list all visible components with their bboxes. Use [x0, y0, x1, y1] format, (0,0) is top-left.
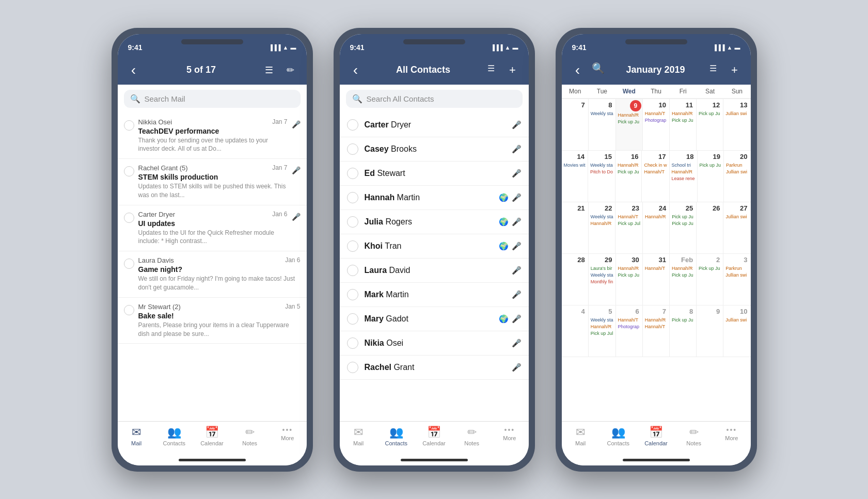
cal-cell-18[interactable]: 18 School tri Hannah/R Lease rene — [670, 151, 698, 202]
cal-cell-feb1[interactable]: Feb Hannah/R Pick up Ju — [670, 254, 697, 305]
contact-name-0: Carter Dryer — [365, 120, 506, 130]
cal-cell-feb5[interactable]: 5 Weekly sta Hannah/R Pick up Jul — [589, 305, 616, 357]
cal-cell-7[interactable]: 7 — [562, 99, 589, 151]
filter-button-contacts[interactable]: ☰ — [483, 63, 499, 77]
tab-calendar-contacts[interactable]: 📅 Calendar — [418, 426, 449, 446]
contact-item-6[interactable]: Laura David 🎤 — [340, 259, 529, 283]
contact-item-8[interactable]: Mary Gadot 🌍 🎤 — [340, 307, 529, 331]
contact-name-5: Khoi Tran — [365, 242, 493, 251]
tab-contacts-mail[interactable]: 👥 Contacts — [159, 426, 190, 446]
mail-checkbox-0[interactable] — [124, 120, 134, 131]
cal-cell-30[interactable]: 30 Hannah/R Pick up Ju — [616, 254, 643, 305]
cal-cell-feb4[interactable]: 4 — [562, 305, 589, 357]
add-contact-button[interactable] — [505, 63, 520, 77]
contact-item-7[interactable]: Mark Martin 🎤 — [340, 283, 529, 307]
filter-button-mail[interactable] — [261, 65, 277, 76]
cal-event-12-1: Pick up Ju — [698, 110, 722, 117]
back-button-calendar[interactable] — [570, 62, 586, 78]
cal-cell-10[interactable]: 10 Hannah/T Photograp — [643, 99, 670, 151]
add-event-button[interactable] — [727, 63, 743, 77]
cal-cell-19[interactable]: 19 Pick up Ju — [698, 151, 724, 202]
tab-mail-contacts[interactable]: ✉ Mail — [343, 426, 374, 446]
cal-cell-21[interactable]: 21 — [562, 202, 589, 254]
mail-item-0[interactable]: Nikkia Osei Jan 7 TeachDEV performance T… — [118, 113, 307, 159]
tab-mail-calendar[interactable]: ✉ Mail — [565, 426, 596, 446]
cal-cell-27[interactable]: 27 Jullian swi — [723, 202, 750, 254]
tab-notes-mail[interactable]: ✏ Notes — [234, 426, 265, 446]
contact-item-4[interactable]: Julia Rogers 🌍 🎤 — [340, 210, 529, 234]
cal-cell-24[interactable]: 24 Hannah/R — [643, 202, 670, 254]
tab-calendar-calendar[interactable]: 📅 Calendar — [640, 426, 671, 446]
cal-cell-14[interactable]: 14 Movies wit — [562, 151, 588, 202]
cal-cell-feb8[interactable]: 8 Pick up Ju — [670, 305, 697, 357]
cal-cell-31[interactable]: 31 Hannah/T — [643, 254, 670, 305]
mail-checkbox-3[interactable] — [124, 259, 134, 269]
mail-item-3[interactable]: Laura Davis Jan 6 Game night? We still o… — [118, 251, 307, 298]
cal-cell-feb10[interactable]: 10 Jullian swi — [723, 305, 750, 357]
search-placeholder-mail: Search Mail — [145, 94, 185, 103]
cal-cell-20[interactable]: 20 Parkrun Jullian swi — [724, 151, 750, 202]
cal-days-header: Mon Tue Wed Thu Fri Sat Sun — [562, 85, 751, 99]
mail-item-4[interactable]: Mr Stewart (2) Jan 5 Bake sale! Parents,… — [118, 298, 307, 344]
cal-cell-22[interactable]: 22 Weekly sta Hannah/R — [589, 202, 616, 254]
home-indicator-mail — [118, 457, 307, 465]
tab-mail-mail[interactable]: ✉ Mail — [121, 426, 152, 446]
search-button-calendar[interactable]: 🔍 — [591, 62, 606, 78]
search-bar-mail[interactable]: 🔍 Search Mail — [124, 90, 301, 108]
cal-cell-feb2[interactable]: 2 Pick up Ju — [697, 254, 723, 305]
cal-date-15: 15 — [589, 152, 614, 162]
tab-more-mail[interactable]: ••• More — [272, 426, 303, 446]
cal-cell-25[interactable]: 25 Pick up Ju Pick up Ju — [670, 202, 697, 254]
back-button-contacts[interactable] — [348, 62, 364, 78]
contact-item-10[interactable]: Rachel Grant 🎤 — [340, 356, 529, 380]
contact-item-1[interactable]: Casey Brooks 🎤 — [340, 137, 529, 162]
tab-more-contacts[interactable]: ••• More — [494, 426, 525, 446]
mail-item-2[interactable]: Carter Dryer Jan 6 UI updates Updates to… — [118, 205, 307, 252]
cal-cell-23[interactable]: 23 Hannah/T Pick up Jul — [616, 202, 643, 254]
tab-contacts-calendar[interactable]: 👥 Contacts — [603, 426, 634, 446]
cal-event-30-2: Pick up Ju — [617, 272, 641, 278]
cal-cell-17[interactable]: 17 Check in w Hannah/T — [642, 151, 669, 202]
home-indicator-contacts — [340, 457, 529, 465]
cal-cell-12[interactable]: 12 Pick up Ju — [697, 99, 723, 151]
compose-button-mail[interactable] — [283, 65, 298, 76]
cal-cell-11[interactable]: 11 Hannah/R Pick up Ju — [670, 99, 697, 151]
cal-cell-feb9[interactable]: 9 — [697, 305, 723, 357]
mail-checkbox-2[interactable] — [124, 213, 134, 223]
tab-more-calendar[interactable]: ••• More — [716, 426, 747, 446]
cal-cell-8[interactable]: 8 Weekly sta — [589, 99, 616, 151]
cal-cell-29[interactable]: 29 Laura's bir Weekly sta Monthly fin — [589, 254, 616, 305]
cal-event-31-1: Hannah/T — [644, 265, 668, 271]
nav-title-calendar: January 2019 — [606, 65, 705, 75]
cal-cell-13[interactable]: 13 Jullian swi — [723, 99, 750, 151]
contact-item-3[interactable]: Hannah Martin 🌍 🎤 — [340, 186, 529, 210]
cal-cell-9[interactable]: 9 Hannah/R Pick up Ju — [616, 99, 643, 151]
tab-notes-calendar[interactable]: ✏ Notes — [678, 426, 709, 446]
cal-cell-28[interactable]: 28 — [562, 254, 589, 305]
mic-icon-c4: 🎤 — [512, 217, 522, 227]
contact-item-2[interactable]: Ed Stewart 🎤 — [340, 162, 529, 186]
mail-checkbox-1[interactable] — [124, 166, 134, 176]
cal-event-15-2: Pitch to Do — [589, 169, 614, 175]
contact-item-5[interactable]: Khoi Tran 🌍 🎤 — [340, 234, 529, 259]
cal-cell-26[interactable]: 26 — [697, 202, 723, 254]
cal-cell-feb3[interactable]: 3 Parkrun Jullian swi — [723, 254, 750, 305]
search-bar-contacts[interactable]: 🔍 Search All Contacts — [346, 90, 523, 108]
contact-name-9: Nikia Osei — [365, 339, 506, 348]
mail-item-1[interactable]: Rachel Grant (5) Jan 7 STEM skills produ… — [118, 159, 307, 205]
cal-cell-15[interactable]: 15 Weekly sta Pitch to Do — [588, 151, 616, 202]
contact-item-0[interactable]: Carter Dryer 🎤 — [340, 113, 529, 137]
tab-calendar-mail[interactable]: 📅 Calendar — [196, 426, 227, 446]
tab-contacts-contacts[interactable]: 👥 Contacts — [381, 426, 412, 446]
cal-event-14-1: Movies wit — [563, 162, 587, 168]
cal-cell-feb6[interactable]: 6 Hannah/T Photograp — [616, 305, 643, 357]
cal-cell-feb7[interactable]: 7 Hannah/R Hannah/T — [643, 305, 670, 357]
contact-item-9[interactable]: Nikia Osei 🎤 — [340, 331, 529, 356]
back-button-mail[interactable] — [126, 62, 141, 78]
signal-icon: ▐▐▐ — [269, 44, 280, 51]
tab-label-contacts: Contacts — [163, 440, 185, 446]
mail-checkbox-4[interactable] — [124, 305, 134, 315]
tab-notes-contacts[interactable]: ✏ Notes — [456, 426, 487, 446]
cal-cell-16[interactable]: 16 Hannah/R Pick up Ju — [616, 151, 642, 202]
filter-button-calendar[interactable]: ☰ — [705, 63, 721, 77]
